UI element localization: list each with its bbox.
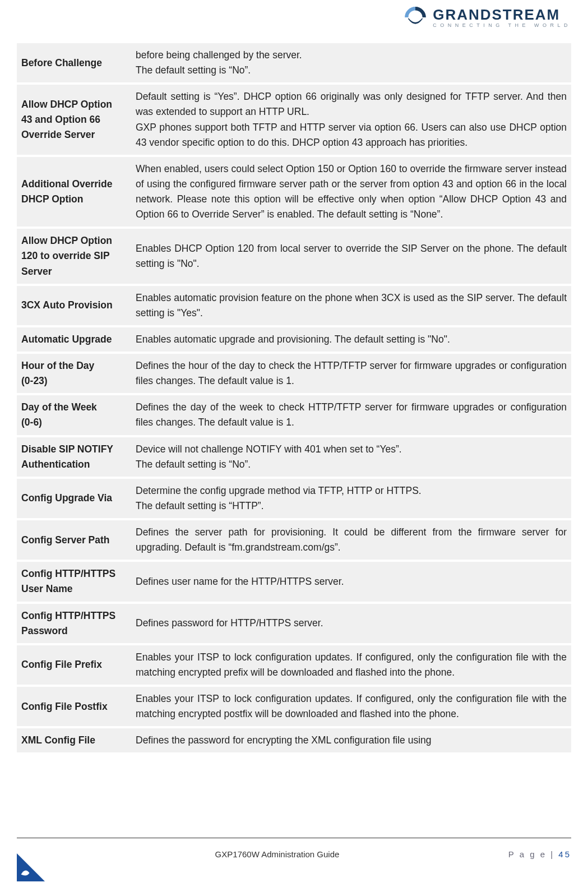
setting-description: Determine the config upgrade method via … — [130, 478, 571, 519]
setting-term: XML Config File — [17, 727, 130, 754]
setting-term: Before Challenge — [17, 43, 130, 84]
footer-guide-title: GXP1760W Administration Guide — [50, 849, 504, 859]
page-header: GRANDSTREAM CONNECTING THE WORLD — [0, 0, 588, 32]
setting-term: Day of the Week (0-6) — [17, 394, 130, 436]
setting-description: Defines the password for encrypting the … — [130, 727, 571, 754]
svg-marker-0 — [17, 853, 45, 881]
setting-description: Defines the server path for provisioning… — [130, 519, 571, 561]
table-row: Day of the Week (0-6)Defines the day of … — [17, 394, 571, 436]
setting-term: 3CX Auto Provision — [17, 285, 130, 326]
table-row: Config File PrefixEnables your ITSP to l… — [17, 644, 571, 686]
footer-divider — [17, 838, 571, 838]
setting-term: Config File Postfix — [17, 686, 130, 727]
table-row: Config HTTP/HTTPS User NameDefines user … — [17, 561, 571, 602]
brand-text: GRANDSTREAM CONNECTING THE WORLD — [433, 7, 571, 28]
setting-term: Automatic Upgrade — [17, 326, 130, 353]
grandstream-logo-icon — [404, 6, 427, 29]
table-row: 3CX Auto ProvisionEnables automatic prov… — [17, 285, 571, 326]
setting-term: Hour of the Day (0-23) — [17, 353, 130, 394]
setting-description: Enables your ITSP to lock configuration … — [130, 644, 571, 686]
setting-term: Config HTTP/HTTPS User Name — [17, 561, 130, 602]
setting-term: Config HTTP/HTTPS Password — [17, 603, 130, 644]
table-row: Config Upgrade ViaDetermine the config u… — [17, 478, 571, 519]
setting-description: Enables DHCP Option 120 from local serve… — [130, 228, 571, 284]
setting-description: Enables your ITSP to lock configuration … — [130, 686, 571, 727]
brand-tagline: CONNECTING THE WORLD — [433, 23, 571, 28]
setting-term: Config Server Path — [17, 519, 130, 561]
table-row: Hour of the Day (0-23)Defines the hour o… — [17, 353, 571, 394]
brand-name: GRANDSTREAM — [433, 7, 571, 22]
page-number: P a g e | 45 — [504, 849, 571, 859]
settings-table: Before Challengebefore being challenged … — [17, 43, 571, 755]
setting-description: Default setting is “Yes”. DHCP option 66… — [130, 84, 571, 156]
setting-description: When enabled, users could select Option … — [130, 156, 571, 228]
setting-description: Defines user name for the HTTP/HTTPS ser… — [130, 561, 571, 602]
brand-logo: GRANDSTREAM CONNECTING THE WORLD — [404, 6, 571, 29]
setting-description: Defines password for HTTP/HTTPS server. — [130, 603, 571, 644]
footer-corner-icon — [17, 853, 45, 881]
table-row: Before Challengebefore being challenged … — [17, 43, 571, 84]
setting-description: Device will not challenge NOTIFY with 40… — [130, 436, 571, 478]
table-row: Allow DHCP Option 43 and Option 66 Overr… — [17, 84, 571, 156]
table-row: Disable SIP NOTIFY AuthenticationDevice … — [17, 436, 571, 478]
setting-description: Defines the hour of the day to check the… — [130, 353, 571, 394]
page-footer: GXP1760W Administration Guide P a g e | … — [0, 838, 588, 859]
setting-description: Enables automatic upgrade and provisioni… — [130, 326, 571, 353]
setting-description: before being challenged by the server. T… — [130, 43, 571, 84]
content-area: Before Challengebefore being challenged … — [0, 32, 588, 755]
table-row: Config HTTP/HTTPS PasswordDefines passwo… — [17, 603, 571, 644]
table-row: XML Config FileDefines the password for … — [17, 727, 571, 754]
setting-description: Enables automatic provision feature on t… — [130, 285, 571, 326]
table-row: Config File PostfixEnables your ITSP to … — [17, 686, 571, 727]
setting-term: Disable SIP NOTIFY Authentication — [17, 436, 130, 478]
setting-term: Allow DHCP Option 43 and Option 66 Overr… — [17, 84, 130, 156]
table-row: Additional Override DHCP OptionWhen enab… — [17, 156, 571, 228]
table-row: Config Server PathDefines the server pat… — [17, 519, 571, 561]
setting-term: Allow DHCP Option 120 to override SIP Se… — [17, 228, 130, 284]
setting-term: Additional Override DHCP Option — [17, 156, 130, 228]
setting-term: Config Upgrade Via — [17, 478, 130, 519]
setting-term: Config File Prefix — [17, 644, 130, 686]
setting-description: Defines the day of the week to check HTT… — [130, 394, 571, 436]
table-row: Allow DHCP Option 120 to override SIP Se… — [17, 228, 571, 284]
table-row: Automatic UpgradeEnables automatic upgra… — [17, 326, 571, 353]
